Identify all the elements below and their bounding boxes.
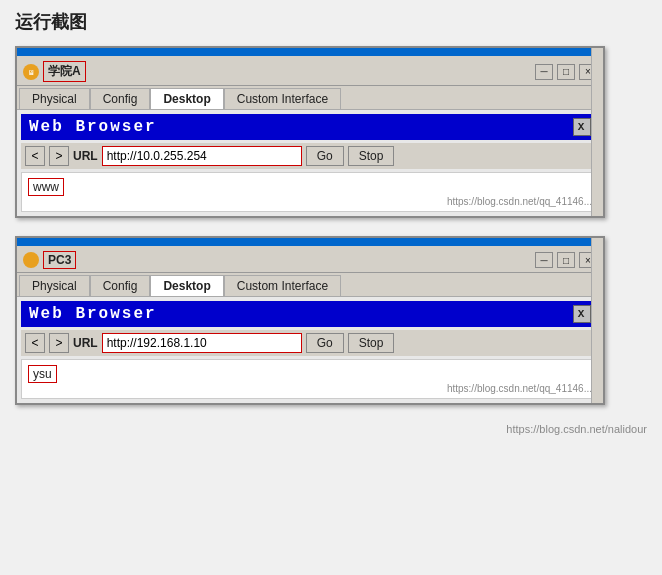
window-icon-2: [23, 252, 39, 268]
tab-custom-2[interactable]: Custom Interface: [224, 275, 341, 296]
svg-text:🖥: 🖥: [28, 69, 35, 76]
scrollbar-1[interactable]: [591, 48, 603, 216]
content-label-1: www: [28, 178, 64, 196]
go-button-2[interactable]: Go: [306, 333, 344, 353]
titlebar-1: 🖥 学院A ─ □ ×: [17, 58, 603, 86]
window-content-1: Web Browser X < > URL Go Stop www https:…: [17, 110, 603, 216]
tab-config-1[interactable]: Config: [90, 88, 151, 109]
tab-physical-1[interactable]: Physical: [19, 88, 90, 109]
browser-toolbar-1: < > URL Go Stop: [21, 143, 599, 169]
tabs-2: Physical Config Desktop Custom Interface: [17, 273, 603, 297]
window-title-2: PC3: [43, 251, 76, 269]
svg-point-2: [26, 255, 36, 265]
maximize-button-1[interactable]: □: [557, 64, 575, 80]
title-left-1: 🖥 学院A: [23, 61, 86, 82]
browser-title-2: Web Browser: [29, 305, 157, 323]
back-button-1[interactable]: <: [25, 146, 45, 166]
browser-title-1: Web Browser: [29, 118, 157, 136]
page-title: 运行截图: [15, 10, 647, 34]
tab-desktop-2[interactable]: Desktop: [150, 275, 223, 296]
window-content-2: Web Browser X < > URL Go Stop ysu https:…: [17, 297, 603, 403]
window-controls-2: ─ □ ×: [535, 252, 597, 268]
go-button-1[interactable]: Go: [306, 146, 344, 166]
watermark-2: https://blog.csdn.net/qq_41146...: [447, 383, 592, 394]
window-icon-1: 🖥: [23, 64, 39, 80]
scrollbar-2[interactable]: [591, 238, 603, 403]
forward-button-1[interactable]: >: [49, 146, 69, 166]
forward-button-2[interactable]: >: [49, 333, 69, 353]
browser-header-1: Web Browser X: [21, 114, 599, 140]
browser-content-1: www https://blog.csdn.net/qq_41146...: [21, 172, 599, 212]
title-left-2: PC3: [23, 251, 76, 269]
tab-custom-1[interactable]: Custom Interface: [224, 88, 341, 109]
tab-desktop-1[interactable]: Desktop: [150, 88, 223, 109]
browser-close-2[interactable]: X: [573, 305, 591, 323]
browser-content-2: ysu https://blog.csdn.net/qq_41146...: [21, 359, 599, 399]
accent-bar-2: [17, 238, 603, 246]
minimize-button-2[interactable]: ─: [535, 252, 553, 268]
url-label-2: URL: [73, 336, 98, 350]
content-label-2: ysu: [28, 365, 57, 383]
browser-close-1[interactable]: X: [573, 118, 591, 136]
maximize-button-2[interactable]: □: [557, 252, 575, 268]
browser-toolbar-2: < > URL Go Stop: [21, 330, 599, 356]
window-title-1: 学院A: [43, 61, 86, 82]
tab-config-2[interactable]: Config: [90, 275, 151, 296]
browser-header-2: Web Browser X: [21, 301, 599, 327]
back-button-2[interactable]: <: [25, 333, 45, 353]
footer-watermark: https://blog.csdn.net/nalidour: [15, 423, 647, 435]
window-1: 🖥 学院A ─ □ × Physical Config Desktop Cust…: [15, 46, 605, 218]
accent-bar-1: [17, 48, 603, 56]
url-label-1: URL: [73, 149, 98, 163]
url-input-1[interactable]: [102, 146, 302, 166]
tabs-1: Physical Config Desktop Custom Interface: [17, 86, 603, 110]
titlebar-2: PC3 ─ □ ×: [17, 248, 603, 273]
window-controls-1: ─ □ ×: [535, 64, 597, 80]
watermark-1: https://blog.csdn.net/qq_41146...: [447, 196, 592, 207]
window-2: PC3 ─ □ × Physical Config Desktop Custom…: [15, 236, 605, 405]
stop-button-2[interactable]: Stop: [348, 333, 395, 353]
stop-button-1[interactable]: Stop: [348, 146, 395, 166]
tab-physical-2[interactable]: Physical: [19, 275, 90, 296]
minimize-button-1[interactable]: ─: [535, 64, 553, 80]
url-input-2[interactable]: [102, 333, 302, 353]
